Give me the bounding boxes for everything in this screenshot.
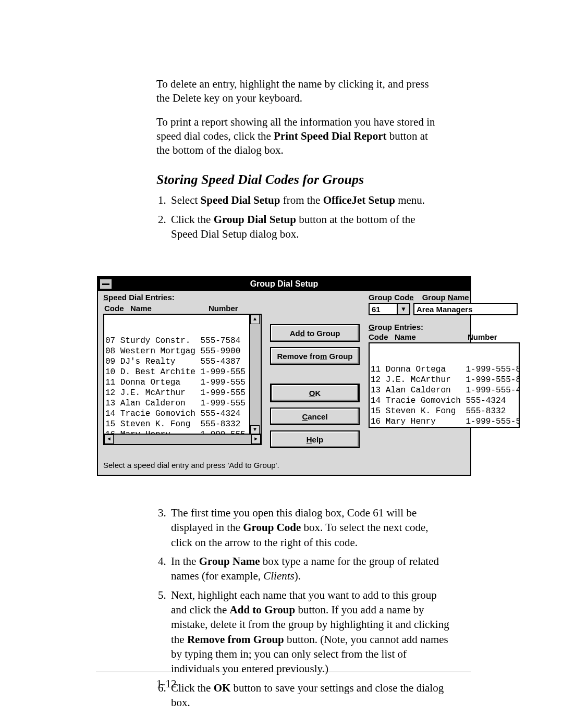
- column-header-name: Name: [395, 332, 468, 341]
- step-5: Next, highlight each name that you want …: [169, 588, 450, 676]
- list-item[interactable]: 15 Steven K. Fong 555-8332: [105, 419, 260, 429]
- column-header-number: Number: [468, 332, 518, 341]
- dialog-status-text: Select a speed dial entry and press 'Add…: [98, 458, 470, 475]
- list-item[interactable]: 07 Sturdy Constr. 555-7584: [105, 336, 260, 346]
- text-fragment: Click the: [171, 682, 214, 694]
- column-header-number: Number: [209, 304, 260, 313]
- column-header-code: Code: [104, 304, 130, 313]
- scroll-up-icon[interactable]: ▲: [250, 315, 260, 324]
- ok-button[interactable]: OK: [270, 384, 360, 402]
- text-fragment: menu.: [395, 194, 425, 206]
- menu-item-name: Speed Dial Setup: [201, 194, 280, 206]
- paragraph-delete-entry: To delete an entry, highlight the name b…: [156, 77, 440, 106]
- group-entries-header-row: Code Name Number: [369, 332, 518, 341]
- menu-name: OfficeJet Setup: [323, 194, 395, 206]
- dialog-titlebar: Group Dial Setup: [98, 277, 470, 291]
- help-button[interactable]: Help: [270, 430, 360, 448]
- field-name: Group Code: [243, 521, 301, 534]
- step-2: Click the Group Dial Setup button at the…: [169, 212, 440, 242]
- group-code-input[interactable]: 61: [369, 303, 398, 315]
- group-entries-label: Group Entries:: [369, 323, 518, 331]
- button-name: Add to Group: [230, 603, 296, 616]
- page-number: 1-12: [156, 677, 177, 690]
- vertical-scrollbar[interactable]: ▲ ▼: [249, 315, 261, 435]
- example-text: Clients: [263, 570, 295, 582]
- step-6: Click the OK button to save your setting…: [169, 681, 450, 710]
- step-3: The first time you open this dialog box,…: [169, 505, 450, 550]
- dialog-buttons-column: Add to Group Remove from Group OK Cancel…: [270, 324, 360, 448]
- group-name-label: Group Name: [422, 293, 469, 302]
- button-name: Group Dial Setup: [214, 213, 296, 226]
- system-menu-icon[interactable]: [100, 279, 112, 289]
- group-entries-listbox[interactable]: 11 Donna Ortega 1-999-555-812 J.E. McArt…: [369, 342, 520, 428]
- list-item[interactable]: 11 Donna Ortega 1-999-555-8: [371, 364, 518, 375]
- column-header-name: Name: [130, 304, 209, 313]
- list-item[interactable]: 12 J.E. McArthur 1-999-555-8: [371, 375, 518, 385]
- steps-list-bottom: The first time you open this dialog box,…: [156, 505, 450, 710]
- group-name-input[interactable]: Area Managers: [413, 303, 518, 315]
- document-body-bottom: The first time you open this dialog box,…: [156, 505, 450, 714]
- list-item[interactable]: 11 Donna Ortega 1-999-555: [105, 377, 260, 388]
- group-dial-setup-dialog: Group Dial Setup Speed Dial Entries: Cod…: [97, 276, 471, 476]
- section-heading: Storing Speed Dial Codes for Groups: [156, 172, 440, 188]
- speed-dial-listbox[interactable]: 07 Sturdy Constr. 555-758408 Western Mor…: [103, 314, 262, 445]
- group-column: Group Code Group Name 61 ▼ Area Managers…: [369, 293, 518, 428]
- dialog-title: Group Dial Setup: [250, 279, 319, 288]
- scroll-left-icon[interactable]: ◄: [104, 435, 114, 444]
- list-item[interactable]: 16 Mary Henry 1-999-555-5: [371, 416, 518, 427]
- speed-dial-header-row: Code Name Number: [103, 304, 261, 313]
- step-1: Select Speed Dial Setup from the OfficeJ…: [169, 193, 440, 207]
- paragraph-print-report: To print a report showing all the inform…: [156, 115, 440, 158]
- add-to-group-button[interactable]: Add to Group: [270, 324, 360, 342]
- column-header-code: Code: [369, 332, 395, 341]
- list-item[interactable]: 14 Tracie Gomovich 555-4324: [105, 409, 260, 419]
- text-fragment: In the: [171, 555, 199, 567]
- group-code-dropdown-button[interactable]: ▼: [398, 303, 410, 315]
- cancel-button[interactable]: Cancel: [270, 408, 360, 425]
- group-code-label: Group Code: [369, 293, 414, 302]
- list-item[interactable]: 09 DJ's Realty 555-4387: [105, 356, 260, 367]
- text-fragment: Click the: [171, 213, 214, 226]
- print-speed-dial-report-label: Print Speed Dial Report: [274, 130, 386, 142]
- list-item[interactable]: 12 J.E. McArthur 1-999-555: [105, 388, 260, 398]
- speed-dial-entries-label: Speed Dial Entries:: [103, 293, 261, 302]
- scroll-right-icon[interactable]: ►: [251, 435, 261, 444]
- document-body-top: To delete an entry, highlight the name b…: [156, 77, 440, 246]
- field-name: Group Name: [199, 555, 260, 567]
- text-fragment: ).: [295, 570, 301, 582]
- steps-list-top: Select Speed Dial Setup from the OfficeJ…: [156, 193, 440, 241]
- remove-from-group-button[interactable]: Remove from Group: [270, 347, 360, 365]
- step-4: In the Group Name box type a name for th…: [169, 554, 450, 584]
- button-name: Remove from Group: [187, 633, 284, 646]
- horizontal-scrollbar[interactable]: ◄ ►: [104, 434, 261, 444]
- list-item[interactable]: 10 D. Best Archite 1-999-555: [105, 367, 260, 377]
- list-item[interactable]: 13 Alan Calderon 1-999-555: [105, 398, 260, 409]
- speed-dial-column: Speed Dial Entries: Code Name Number 07 …: [103, 293, 261, 445]
- list-item[interactable]: 15 Steven K. Fong 555-8332: [371, 406, 518, 416]
- dialog-screenshot: Group Dial Setup Speed Dial Entries: Cod…: [97, 276, 471, 476]
- text-fragment: from the: [280, 194, 323, 206]
- text-fragment: Select: [171, 194, 201, 206]
- button-name: OK: [214, 682, 231, 694]
- list-item[interactable]: 13 Alan Calderon 1-999-555-4: [371, 385, 518, 396]
- list-item[interactable]: 08 Western Mortgag 555-9900: [105, 346, 260, 356]
- list-item[interactable]: 14 Tracie Gomovich 555-4324: [371, 396, 518, 406]
- footer-rule: [96, 672, 471, 672]
